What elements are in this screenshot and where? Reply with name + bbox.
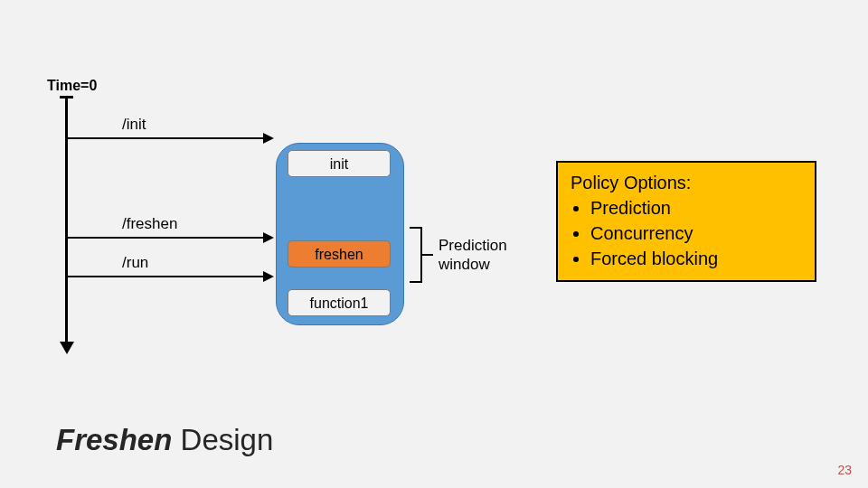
- arrow-run: [68, 276, 265, 277]
- time-zero-label: Time=0: [47, 78, 97, 94]
- stage-box-function1: function1: [288, 289, 391, 316]
- policy-heading: Policy Options:: [571, 170, 802, 195]
- slide-title: Freshen Design: [56, 423, 273, 457]
- call-label-init: /init: [122, 116, 146, 134]
- arrow-freshen: [68, 237, 265, 239]
- policy-item-blocking: Forced blocking: [590, 246, 802, 271]
- slide-title-em: Freshen: [56, 423, 172, 456]
- page-number: 23: [837, 463, 852, 477]
- policy-options-panel: Policy Options: Prediction Concurrency F…: [556, 161, 816, 282]
- prediction-window-line1: Prediction: [439, 237, 507, 254]
- arrow-init: [68, 137, 265, 139]
- policy-item-prediction: Prediction: [590, 195, 802, 221]
- slide-title-rest: Design: [172, 423, 273, 456]
- prediction-window-line2: window: [439, 256, 490, 273]
- stage-box-freshen: freshen: [288, 240, 391, 267]
- stage-box-init: init: [288, 150, 391, 177]
- call-label-freshen: /freshen: [122, 215, 177, 233]
- call-label-run: /run: [122, 254, 148, 272]
- prediction-bracket: [410, 227, 426, 283]
- timeline-axis: [65, 98, 68, 343]
- prediction-window-label: Prediction window: [439, 236, 507, 275]
- policy-item-concurrency: Concurrency: [590, 221, 802, 246]
